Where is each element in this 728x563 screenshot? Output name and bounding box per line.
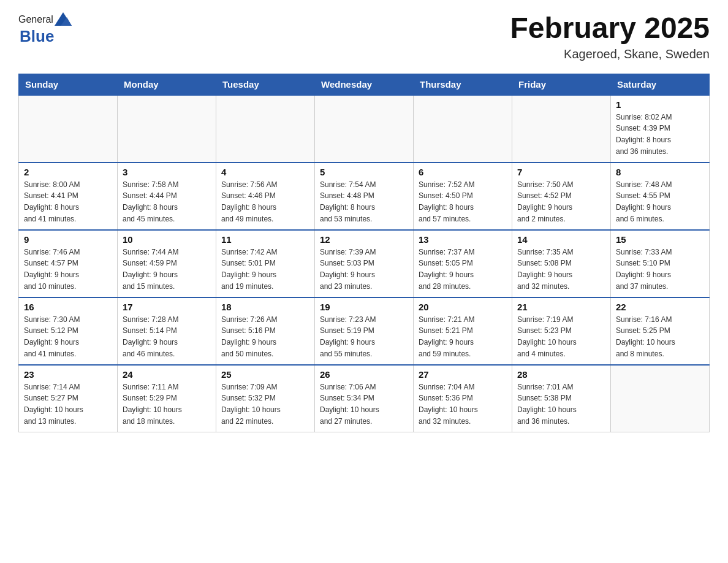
day-info: Sunrise: 8:02 AMSunset: 4:39 PMDaylight:… (616, 112, 704, 157)
day-number: 26 (320, 369, 408, 380)
calendar-cell: 26Sunrise: 7:06 AMSunset: 5:34 PMDayligh… (315, 365, 414, 432)
day-info: Sunrise: 7:16 AMSunset: 5:25 PMDaylight:… (616, 314, 704, 359)
weekday-header-tuesday: Tuesday (216, 74, 315, 95)
day-info: Sunrise: 7:26 AMSunset: 5:16 PMDaylight:… (221, 314, 309, 359)
calendar-cell: 24Sunrise: 7:11 AMSunset: 5:29 PMDayligh… (118, 365, 216, 432)
calendar-table: SundayMondayTuesdayWednesdayThursdayFrid… (18, 74, 710, 433)
calendar-cell: 10Sunrise: 7:44 AMSunset: 4:59 PMDayligh… (118, 230, 216, 297)
weekday-header-saturday: Saturday (611, 74, 710, 95)
day-info: Sunrise: 7:01 AMSunset: 5:38 PMDaylight:… (517, 381, 605, 427)
weekday-header-wednesday: Wednesday (315, 74, 414, 95)
day-number: 27 (419, 369, 507, 380)
calendar-cell: 18Sunrise: 7:26 AMSunset: 5:16 PMDayligh… (216, 297, 315, 365)
day-info: Sunrise: 7:54 AMSunset: 4:48 PMDaylight:… (320, 179, 408, 224)
calendar-cell: 21Sunrise: 7:19 AMSunset: 5:23 PMDayligh… (512, 297, 611, 365)
weekday-header-row: SundayMondayTuesdayWednesdayThursdayFrid… (19, 74, 710, 95)
day-number: 16 (24, 302, 112, 312)
day-number: 9 (24, 234, 112, 245)
day-info: Sunrise: 7:09 AMSunset: 5:32 PMDaylight:… (221, 381, 309, 427)
title-block: February 2025 Kageroed, Skane, Sweden (510, 12, 710, 61)
day-info: Sunrise: 7:33 AMSunset: 5:10 PMDaylight:… (616, 247, 704, 292)
day-number: 15 (616, 234, 704, 245)
calendar-cell: 1Sunrise: 8:02 AMSunset: 4:39 PMDaylight… (611, 95, 710, 163)
day-info: Sunrise: 7:50 AMSunset: 4:52 PMDaylight:… (517, 179, 605, 224)
calendar-cell (19, 95, 118, 163)
day-number: 22 (616, 302, 704, 312)
calendar-cell: 28Sunrise: 7:01 AMSunset: 5:38 PMDayligh… (512, 365, 611, 432)
day-info: Sunrise: 7:48 AMSunset: 4:55 PMDaylight:… (616, 179, 704, 224)
calendar-cell: 7Sunrise: 7:50 AMSunset: 4:52 PMDaylight… (512, 163, 611, 230)
logo: General Blue (18, 12, 72, 46)
day-number: 25 (221, 369, 309, 380)
day-info: Sunrise: 7:44 AMSunset: 4:59 PMDaylight:… (123, 247, 211, 292)
day-info: Sunrise: 7:19 AMSunset: 5:23 PMDaylight:… (517, 314, 605, 359)
calendar-cell: 22Sunrise: 7:16 AMSunset: 5:25 PMDayligh… (611, 297, 710, 365)
calendar-cell: 6Sunrise: 7:52 AMSunset: 4:50 PMDaylight… (414, 163, 512, 230)
calendar-cell: 8Sunrise: 7:48 AMSunset: 4:55 PMDaylight… (611, 163, 710, 230)
calendar-subtitle: Kageroed, Skane, Sweden (510, 47, 710, 61)
calendar-cell: 27Sunrise: 7:04 AMSunset: 5:36 PMDayligh… (414, 365, 512, 432)
day-info: Sunrise: 7:39 AMSunset: 5:03 PMDaylight:… (320, 247, 408, 292)
calendar-cell (414, 95, 512, 163)
calendar-cell: 12Sunrise: 7:39 AMSunset: 5:03 PMDayligh… (315, 230, 414, 297)
day-number: 1 (616, 99, 704, 110)
day-info: Sunrise: 7:04 AMSunset: 5:36 PMDaylight:… (419, 381, 507, 427)
logo-general-text: General (18, 14, 53, 25)
day-info: Sunrise: 8:00 AMSunset: 4:41 PMDaylight:… (24, 179, 112, 224)
calendar-cell: 19Sunrise: 7:23 AMSunset: 5:19 PMDayligh… (315, 297, 414, 365)
calendar-cell: 17Sunrise: 7:28 AMSunset: 5:14 PMDayligh… (118, 297, 216, 365)
calendar-cell: 2Sunrise: 8:00 AMSunset: 4:41 PMDaylight… (19, 163, 118, 230)
day-number: 6 (419, 167, 507, 177)
calendar-cell (512, 95, 611, 163)
day-number: 11 (221, 234, 309, 245)
calendar-cell: 16Sunrise: 7:30 AMSunset: 5:12 PMDayligh… (19, 297, 118, 365)
calendar-week-row: 23Sunrise: 7:14 AMSunset: 5:27 PMDayligh… (19, 365, 710, 432)
day-number: 5 (320, 167, 408, 177)
calendar-cell: 11Sunrise: 7:42 AMSunset: 5:01 PMDayligh… (216, 230, 315, 297)
calendar-week-row: 1Sunrise: 8:02 AMSunset: 4:39 PMDaylight… (19, 95, 710, 163)
day-number: 3 (123, 167, 211, 177)
calendar-week-row: 9Sunrise: 7:46 AMSunset: 4:57 PMDaylight… (19, 230, 710, 297)
calendar-cell (315, 95, 414, 163)
calendar-cell: 13Sunrise: 7:37 AMSunset: 5:05 PMDayligh… (414, 230, 512, 297)
calendar-cell (611, 365, 710, 432)
day-number: 8 (616, 167, 704, 177)
day-info: Sunrise: 7:11 AMSunset: 5:29 PMDaylight:… (123, 381, 211, 427)
calendar-week-row: 2Sunrise: 8:00 AMSunset: 4:41 PMDaylight… (19, 163, 710, 230)
day-number: 20 (419, 302, 507, 312)
day-info: Sunrise: 7:42 AMSunset: 5:01 PMDaylight:… (221, 247, 309, 292)
calendar-cell: 4Sunrise: 7:56 AMSunset: 4:46 PMDaylight… (216, 163, 315, 230)
day-number: 23 (24, 369, 112, 380)
calendar-cell: 9Sunrise: 7:46 AMSunset: 4:57 PMDaylight… (19, 230, 118, 297)
day-number: 12 (320, 234, 408, 245)
day-info: Sunrise: 7:52 AMSunset: 4:50 PMDaylight:… (419, 179, 507, 224)
calendar-title: February 2025 (510, 12, 710, 45)
day-info: Sunrise: 7:21 AMSunset: 5:21 PMDaylight:… (419, 314, 507, 359)
day-number: 18 (221, 302, 309, 312)
day-number: 28 (517, 369, 605, 380)
day-info: Sunrise: 7:56 AMSunset: 4:46 PMDaylight:… (221, 179, 309, 224)
calendar-cell: 14Sunrise: 7:35 AMSunset: 5:08 PMDayligh… (512, 230, 611, 297)
calendar-cell: 15Sunrise: 7:33 AMSunset: 5:10 PMDayligh… (611, 230, 710, 297)
weekday-header-thursday: Thursday (414, 74, 512, 95)
day-number: 7 (517, 167, 605, 177)
day-info: Sunrise: 7:06 AMSunset: 5:34 PMDaylight:… (320, 381, 408, 427)
logo-icon (55, 12, 72, 26)
day-number: 24 (123, 369, 211, 380)
day-info: Sunrise: 7:58 AMSunset: 4:44 PMDaylight:… (123, 179, 211, 224)
calendar-cell: 23Sunrise: 7:14 AMSunset: 5:27 PMDayligh… (19, 365, 118, 432)
calendar-cell: 25Sunrise: 7:09 AMSunset: 5:32 PMDayligh… (216, 365, 315, 432)
day-number: 4 (221, 167, 309, 177)
day-number: 21 (517, 302, 605, 312)
day-number: 13 (419, 234, 507, 245)
weekday-header-friday: Friday (512, 74, 611, 95)
page-header: General Blue February 2025 Kageroed, Ska… (18, 12, 710, 61)
logo-blue-text: Blue (20, 27, 54, 46)
day-number: 17 (123, 302, 211, 312)
weekday-header-monday: Monday (118, 74, 216, 95)
day-info: Sunrise: 7:14 AMSunset: 5:27 PMDaylight:… (24, 381, 112, 427)
day-info: Sunrise: 7:35 AMSunset: 5:08 PMDaylight:… (517, 247, 605, 292)
calendar-cell: 3Sunrise: 7:58 AMSunset: 4:44 PMDaylight… (118, 163, 216, 230)
day-info: Sunrise: 7:37 AMSunset: 5:05 PMDaylight:… (419, 247, 507, 292)
calendar-cell (118, 95, 216, 163)
